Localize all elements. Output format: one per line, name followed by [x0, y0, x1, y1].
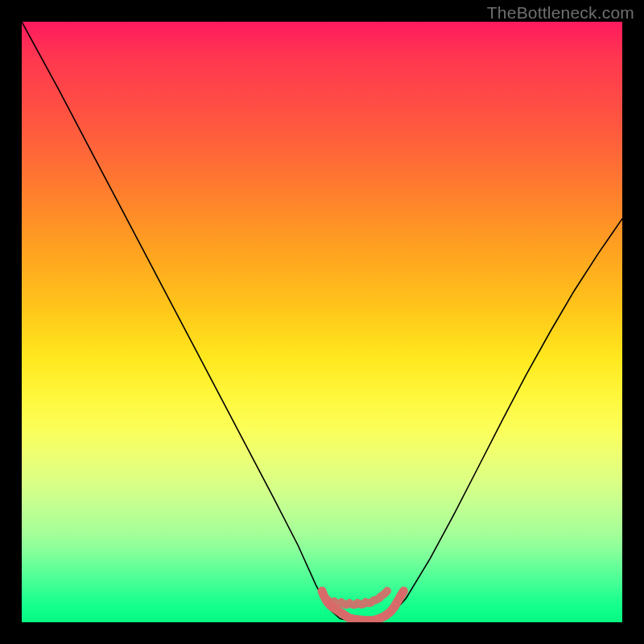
optimal-zone-bumps: [328, 591, 387, 605]
chart-svg: [22, 22, 622, 622]
chart-frame: TheBottleneck.com: [0, 0, 644, 644]
plot-area: [22, 22, 622, 622]
bottleneck-curve: [22, 22, 622, 622]
watermark-text: TheBottleneck.com: [487, 3, 634, 23]
